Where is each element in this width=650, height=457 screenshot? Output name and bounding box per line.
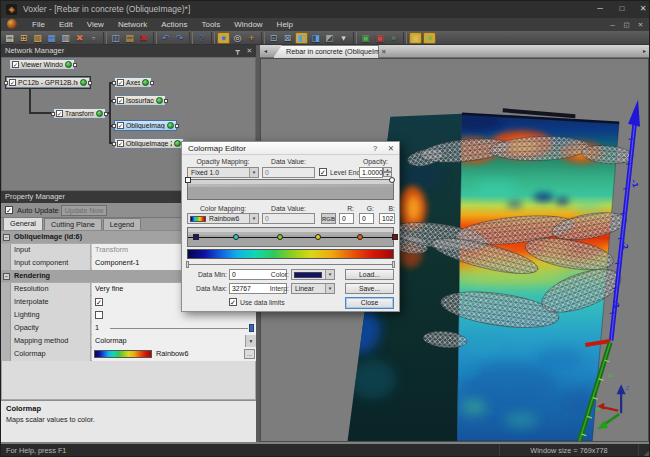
pin-icon[interactable]: ┳ xyxy=(232,45,243,57)
dialog-close-icon[interactable]: ✕ xyxy=(385,143,397,154)
dialog-help-icon[interactable]: ? xyxy=(369,143,381,154)
use-data-limits-checkbox[interactable]: ✓ xyxy=(229,298,237,306)
property-value[interactable]: Colormap▾ xyxy=(92,335,256,348)
zoom-tool-icon[interactable]: ◎ xyxy=(231,32,244,44)
menu-window[interactable]: Window xyxy=(227,18,269,31)
input-connector[interactable] xyxy=(112,81,116,85)
color-node-handle-0[interactable] xyxy=(193,234,199,240)
menu-edit[interactable]: Edit xyxy=(52,18,80,31)
opacity-slider-track[interactable] xyxy=(110,328,248,329)
node-visibility-checkbox[interactable]: ✓ xyxy=(56,110,63,117)
viewer-tab[interactable]: Rebar in concrete (ObliqueImage)* xyxy=(273,45,379,58)
auto-update-checkbox[interactable]: ✓ xyxy=(5,206,13,214)
tab-cutting-plane[interactable]: Cutting Plane xyxy=(44,218,102,230)
node-pc12b-gpr12b-hdf[interactable]: ✓PC12b - GPR12B.hdf xyxy=(6,77,90,88)
load-button[interactable]: Load... xyxy=(345,269,394,280)
input-connector[interactable] xyxy=(112,142,116,146)
node-transform[interactable]: ✓Transform xyxy=(53,108,106,119)
collapse-icon[interactable]: − xyxy=(3,273,10,280)
new-icon[interactable]: ▤ xyxy=(3,32,16,44)
property-value[interactable]: 1 xyxy=(92,322,256,335)
node-visibility-checkbox[interactable]: ✓ xyxy=(117,140,124,147)
opacity-handle-left[interactable] xyxy=(185,177,191,183)
chevron-down-icon[interactable]: ▾ xyxy=(325,284,334,293)
auto-update-toggle-icon[interactable]: ▣ xyxy=(409,32,422,44)
update-now-button[interactable]: Update Now xyxy=(61,205,107,216)
mdi-restore-button[interactable]: ◱ xyxy=(620,20,633,30)
color-node-handle-4[interactable] xyxy=(357,234,363,240)
page-setup-icon[interactable]: ▫ xyxy=(87,32,100,44)
view-preset-icon[interactable]: ◩ xyxy=(323,32,336,44)
node-color-select[interactable]: ▾ xyxy=(291,269,335,280)
tab-legend[interactable]: Legend xyxy=(103,218,141,230)
copy-icon[interactable]: ◫ xyxy=(109,32,122,44)
open-folder-icon[interactable]: ▨ xyxy=(31,32,44,44)
property-checkbox[interactable] xyxy=(95,311,103,319)
maximize-button[interactable]: □ xyxy=(612,2,632,16)
color-node-histogram[interactable] xyxy=(187,227,394,247)
output-connector[interactable] xyxy=(150,81,154,85)
output-connector[interactable] xyxy=(88,81,92,85)
colormap-gradient-bar[interactable] xyxy=(187,249,394,259)
menu-file[interactable]: File xyxy=(25,18,52,31)
fit-view-icon[interactable]: ⊡ xyxy=(267,32,280,44)
opacity-data-value-input[interactable]: 0 xyxy=(262,167,315,178)
color-data-value-input[interactable]: 0 xyxy=(262,213,315,224)
slider-right-handle[interactable] xyxy=(392,261,395,268)
color-node-handle-3[interactable] xyxy=(315,234,321,240)
connect-module-icon[interactable]: » xyxy=(387,32,400,44)
node-visibility-checkbox[interactable]: ✓ xyxy=(117,79,124,86)
input-connector[interactable] xyxy=(4,81,8,85)
red-value-input[interactable]: 0 xyxy=(339,213,354,224)
menu-help[interactable]: Help xyxy=(270,18,300,31)
property-value[interactable]: Rainbow6... xyxy=(92,348,256,361)
perspective-view-icon[interactable]: ◧ xyxy=(295,32,308,44)
panel-close-icon[interactable]: ✕ xyxy=(244,45,255,57)
add-module-icon[interactable]: ▣ xyxy=(359,32,372,44)
chevron-down-icon[interactable]: ▾ xyxy=(325,270,334,279)
mdi-minimize-button[interactable]: ─ xyxy=(606,20,619,30)
node-obliqueimage-2[interactable]: ✓ObliqueImage 2 xyxy=(114,138,184,149)
update-network-icon[interactable]: ● xyxy=(423,32,436,44)
collapse-icon[interactable]: − xyxy=(3,234,10,241)
colormap-browse-button[interactable]: ... xyxy=(244,349,255,359)
opacity-slider-thumb[interactable] xyxy=(249,324,254,332)
colormap-preset-select[interactable]: Rainbow6 ▾ xyxy=(187,213,259,224)
tab-scroll-left-icon[interactable]: ◂ xyxy=(261,47,270,56)
chevron-down-icon[interactable]: ▾ xyxy=(249,168,258,177)
node-visibility-checkbox[interactable]: ✓ xyxy=(117,97,124,104)
node-obliqueimage[interactable]: ✓ObliqueImage xyxy=(114,120,177,131)
opacity-handle-right[interactable] xyxy=(389,177,395,183)
menu-network[interactable]: Network xyxy=(111,18,154,31)
export-icon[interactable]: ✖ xyxy=(73,32,86,44)
orbit-tool-icon[interactable]: ● xyxy=(217,32,230,44)
opacity-mapping-select[interactable]: Fixed 1.0 ▾ xyxy=(187,167,259,178)
tab-general[interactable]: General xyxy=(3,217,43,230)
level-ends-checkbox[interactable]: ✓ xyxy=(319,168,327,176)
input-connector[interactable] xyxy=(112,99,116,103)
open-project-icon[interactable]: ⊞ xyxy=(17,32,30,44)
resize-grip-icon[interactable]: ◢ xyxy=(643,447,649,457)
interp-select[interactable]: Linear ▾ xyxy=(291,283,335,294)
rgb-button[interactable]: RGB xyxy=(321,213,336,224)
close-dialog-button[interactable]: Close xyxy=(345,297,394,309)
ortho-view-icon[interactable]: ◨ xyxy=(309,32,322,44)
mdi-close-button[interactable]: ✕ xyxy=(634,20,647,30)
node-isosurface[interactable]: ✓Isosurface xyxy=(114,95,166,106)
menu-tools[interactable]: Tools xyxy=(194,18,227,31)
output-connector[interactable] xyxy=(104,112,108,116)
redo-icon[interactable]: ↷ xyxy=(173,32,186,44)
print-icon[interactable]: ▥ xyxy=(59,32,72,44)
dialog-title-bar[interactable]: Colormap Editor ? ✕ xyxy=(182,142,399,155)
add-computational-module-icon[interactable]: ▣ xyxy=(373,32,386,44)
tab-scroll-right-icon[interactable]: ▸ xyxy=(640,47,649,56)
output-connector[interactable] xyxy=(175,124,179,128)
menu-view[interactable]: View xyxy=(80,18,111,31)
paste-icon[interactable]: ▤ xyxy=(123,32,136,44)
chevron-down-icon[interactable]: ▾ xyxy=(249,214,258,223)
property-checkbox[interactable]: ✓ xyxy=(95,298,103,306)
output-connector[interactable] xyxy=(73,63,77,67)
view-preset-dropdown-icon[interactable]: ▾ xyxy=(337,32,350,44)
opacity-value-input[interactable]: 1.0000 xyxy=(359,167,383,178)
color-node-handle-1[interactable] xyxy=(233,234,239,240)
